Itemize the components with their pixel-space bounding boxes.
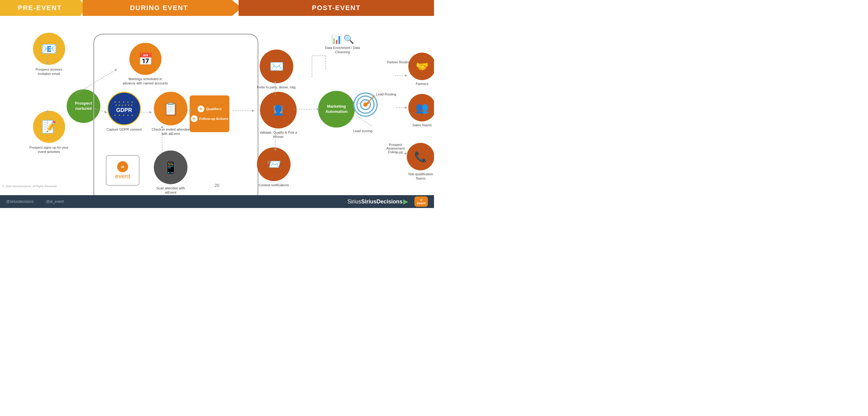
at-event-word: event bbox=[115, 173, 130, 180]
post-event-label: POST-EVENT bbox=[312, 4, 361, 12]
data-enrichment-label: Data Enrichment / Data Cleansing bbox=[324, 46, 361, 55]
person-icon: 👤 bbox=[272, 104, 284, 116]
contest-envelope-icon: 📨 bbox=[267, 157, 281, 171]
contest-circle: 📨 bbox=[257, 147, 290, 181]
meetings-label: Meetings scheduled in advance with named… bbox=[122, 77, 168, 86]
pre-event-invite-circle: 📧 bbox=[33, 33, 65, 65]
form-icon: 📝 bbox=[41, 120, 57, 134]
clipboard-icon: 📋 bbox=[163, 101, 179, 116]
qualifiers-label: Qualifiers bbox=[206, 107, 222, 111]
scan-label: Scan attendee with atEvent bbox=[151, 186, 190, 195]
chart-icon: 📊 bbox=[331, 34, 342, 44]
invite-label: Invite to party, dinner, mtg. bbox=[257, 85, 297, 89]
event-footer-text: event bbox=[417, 201, 426, 205]
footer-bar: @siriusdecisions @at_event SiriusSiriusD… bbox=[0, 195, 434, 208]
tele-qual-node: 📞 Tele-qualification Teams bbox=[407, 143, 434, 181]
pre-event-header: PRE-EVENT bbox=[0, 0, 86, 16]
during-event-header: DURING EVENT bbox=[83, 0, 242, 16]
gdpr-stars-icon2: ★ ★ ★ ★ ★ ★ bbox=[115, 104, 133, 107]
gdpr-node: ★ ★ ★ ★ ★ ★ ★ ★ ★ ★ ★ GDPR ★ ★ ★ ★ ★ Cap… bbox=[106, 92, 142, 131]
scan-node: 📱 Scan attendee with atEvent bbox=[151, 150, 190, 195]
partners-node: 🤝 Partners bbox=[408, 53, 434, 86]
at-text: at bbox=[121, 165, 124, 169]
pre-event-invite-label: Prospect receives invitation email bbox=[29, 67, 69, 76]
marketing-automation-label: Marketing Automation bbox=[318, 104, 355, 114]
qualifiers-plus-icon: + bbox=[197, 106, 204, 112]
tele-qual-circle: 📞 bbox=[407, 143, 434, 170]
gdpr-stars-icon3: ★ ★ ★ ★ ★ bbox=[114, 114, 134, 117]
pre-event-signup-node: 📝 Prospect signs up for your event activ… bbox=[29, 111, 69, 154]
pre-event-signup-circle: 📝 bbox=[33, 111, 65, 143]
partner-routing-label: Partner Routing bbox=[387, 60, 410, 64]
prospect-assessment-label: Prospect Assessment Follow-up bbox=[382, 143, 409, 154]
validate-label: Validate, Qualify & Pick a Winner bbox=[255, 130, 301, 139]
search-icon: 🔍 bbox=[343, 34, 354, 44]
tele-qual-label: Tele-qualification Teams bbox=[407, 172, 434, 181]
checkin-label: Check-in invited attendee with atEvent bbox=[151, 127, 190, 136]
phone-team-icon: 📞 bbox=[414, 150, 427, 163]
invite-envelope-icon: ✉️ bbox=[270, 60, 284, 73]
checkin-circle: 📋 bbox=[154, 92, 187, 125]
sirius-arrow-icon: ▶ bbox=[403, 198, 408, 206]
envelope-icon: 📧 bbox=[41, 41, 57, 56]
at-event-footer-logo: at event bbox=[414, 197, 428, 207]
sales-teams-node: 👥 Sales Teams bbox=[408, 94, 434, 127]
copyright-text: © 2018 SiriusDecisions. All Rights Reser… bbox=[2, 185, 57, 188]
at-footer-text: at bbox=[420, 199, 422, 201]
gdpr-circle: ★ ★ ★ ★ ★ ★ ★ ★ ★ ★ ★ GDPR ★ ★ ★ ★ ★ bbox=[107, 92, 141, 125]
post-event-header: POST-EVENT bbox=[239, 0, 434, 16]
lead-routing-target bbox=[353, 92, 378, 118]
followup-item: + Follow-up Actions bbox=[191, 115, 228, 122]
at-event-logo-box: at event bbox=[106, 155, 140, 186]
followup-label: Follow-up Actions bbox=[199, 117, 228, 120]
social-handle-2: @at_event bbox=[46, 200, 64, 204]
pre-event-label: PRE-EVENT bbox=[18, 4, 62, 12]
during-event-label: DURING EVENT bbox=[130, 4, 188, 12]
gdpr-text: GDPR bbox=[116, 107, 132, 114]
social-handle-1: @siriusdecisions bbox=[6, 200, 34, 204]
marketing-automation-circle: Marketing Automation bbox=[318, 91, 355, 127]
qualifiers-item: + Qualifiers bbox=[197, 106, 222, 112]
meetings-node: 📅 Meetings scheduled in advance with nam… bbox=[122, 43, 168, 86]
team-icon: 👥 bbox=[416, 101, 429, 114]
validate-circle: 🔄 👤 bbox=[260, 92, 297, 128]
pre-event-signup-label: Prospect signs up for your event activit… bbox=[29, 145, 69, 154]
svg-marker-33 bbox=[405, 107, 407, 109]
page-number: 20 bbox=[215, 183, 220, 188]
sirius-decisions-logo: SiriusSiriusDecisions ▶ at event bbox=[347, 197, 428, 207]
partners-label: Partners bbox=[416, 82, 429, 86]
validate-node: 🔄 👤 Validate, Qualify & Pick a Winner bbox=[255, 92, 301, 139]
meetings-circle: 📅 bbox=[129, 43, 161, 75]
calendar-icon: 📅 bbox=[138, 52, 153, 66]
gdpr-label: Capture GDPR consent bbox=[106, 127, 142, 131]
pre-event-invite-node: 📧 Prospect receives invitation email bbox=[29, 33, 69, 76]
sirius-logo-text: SiriusSiriusDecisions bbox=[347, 199, 403, 205]
gdpr-stars-icon: ★ ★ ★ ★ ★ bbox=[114, 101, 134, 103]
followup-plus-icon: + bbox=[191, 115, 197, 122]
lead-routing-label: Lead Routing bbox=[376, 92, 396, 96]
svg-marker-31 bbox=[405, 74, 407, 77]
invite-node: ✉️ Invite to party, dinner, mtg. bbox=[257, 50, 297, 89]
sales-teams-circle: 👥 bbox=[408, 94, 434, 121]
lead-scoring-label: Lead scoring bbox=[353, 129, 373, 133]
at-circle: at bbox=[117, 161, 128, 172]
scan-circle: 📱 bbox=[154, 150, 187, 184]
contest-label: Contest notifications bbox=[258, 183, 289, 187]
phone-scan-icon: 📱 bbox=[163, 160, 178, 175]
sales-teams-label: Sales Teams bbox=[412, 123, 432, 127]
contest-node: 📨 Contest notifications bbox=[257, 147, 290, 187]
qualifiers-box: + Qualifiers + Follow-up Actions bbox=[190, 95, 229, 132]
data-enrichment-node: 📊 🔍 Data Enrichment / Data Cleansing bbox=[324, 34, 361, 55]
partners-circle: 🤝 bbox=[408, 53, 434, 80]
handshake-icon: 🤝 bbox=[416, 60, 429, 72]
checkin-node: 📋 Check-in invited attendee with atEvent bbox=[151, 92, 190, 136]
invite-circle: ✉️ bbox=[260, 50, 293, 83]
